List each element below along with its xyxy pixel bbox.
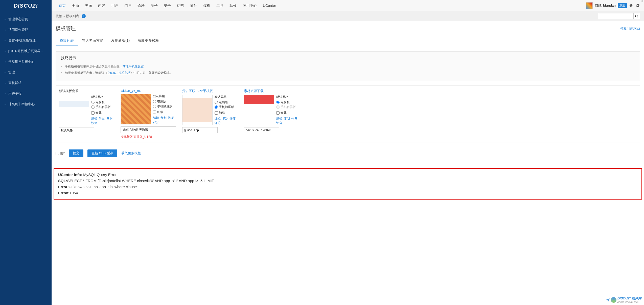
action-restore[interactable]: 恢复: [91, 121, 97, 125]
sidebar-item[interactable]: 用户举报: [0, 88, 52, 99]
template-title[interactable]: 素材资源下载: [244, 89, 300, 93]
radio-pc[interactable]: 电脑版: [215, 100, 238, 104]
action-restore[interactable]: 恢复: [291, 117, 297, 120]
theme-icon[interactable]: ☀: [641, 0, 644, 3]
topnav-item[interactable]: 工具: [213, 0, 226, 11]
action-rate[interactable]: 评分: [153, 120, 159, 124]
tips-link[interactable]: 前往手机版设置: [123, 65, 144, 68]
template-subtitle: 来点-我的世界游讯: [121, 126, 176, 133]
topnav-item[interactable]: 安全: [161, 0, 174, 11]
more-templates-link[interactable]: 获取更多模板: [121, 151, 141, 156]
breadcrumb-sep: »: [63, 14, 65, 18]
action-restore[interactable]: 恢复: [230, 117, 236, 120]
sidebar-item[interactable]: 常用操作管理: [0, 25, 52, 35]
sidebar-item[interactable]: 【亮剑】举报中心: [0, 99, 52, 110]
template-thumbnail[interactable]: [59, 95, 89, 125]
radio-pc[interactable]: 电脑版: [91, 100, 114, 104]
tab[interactable]: 导入界面方案: [78, 36, 107, 46]
action-edit[interactable]: 编辑: [91, 117, 97, 120]
topnav-item[interactable]: 全局: [69, 0, 82, 11]
template-name-input[interactable]: [182, 127, 218, 133]
template-name-input[interactable]: [244, 127, 279, 133]
gear-icon[interactable]: [635, 3, 640, 8]
update-css-button[interactable]: 更新 CSS 缓存: [87, 149, 117, 157]
template-thumbnail[interactable]: [244, 95, 274, 125]
action-rate[interactable]: 评分: [276, 121, 282, 125]
checkbox-input[interactable]: [91, 111, 95, 115]
sidebar-item[interactable]: 违规用户举报中心: [0, 56, 52, 67]
sidebar-item[interactable]: [1314]升级维护页面导...: [0, 46, 52, 56]
add-icon[interactable]: +: [82, 14, 86, 18]
radio-pc[interactable]: 电脑版: [153, 99, 176, 104]
topnav-right: 您好, biandan 退出: [586, 2, 640, 9]
uninstall-checkbox[interactable]: 卸载: [153, 110, 176, 114]
sidebar-item[interactable]: 管理: [0, 67, 52, 78]
topnav-item[interactable]: UCenter: [260, 0, 279, 11]
logout-button[interactable]: 退出: [618, 3, 627, 8]
topnav-item[interactable]: 圈子: [148, 0, 161, 11]
topnav-item[interactable]: 运营: [174, 0, 187, 11]
radio-input[interactable]: [276, 105, 280, 109]
radio-mobile[interactable]: 手机触屏版: [215, 105, 238, 109]
topnav-item[interactable]: 门户: [121, 0, 134, 11]
action-copy[interactable]: 复制: [222, 117, 228, 120]
delete-checkbox-input[interactable]: [56, 152, 59, 155]
topnav-item[interactable]: 首页: [56, 0, 69, 11]
topnav-item[interactable]: 模板: [200, 0, 213, 11]
search-button[interactable]: [633, 13, 640, 19]
uninstall-checkbox[interactable]: 卸载: [276, 111, 300, 115]
tips-link[interactable]: Discuz! 技术文档: [107, 71, 130, 75]
radio-input[interactable]: [276, 101, 280, 104]
radio-pc[interactable]: 电脑版: [276, 100, 300, 104]
tab[interactable]: 发现新版(1): [107, 36, 134, 46]
sidebar-item[interactable]: 贵古-手机模板管理: [0, 35, 52, 46]
template-card: 贵古互联-APP手机版默认风格电脑版手机触屏版卸载编辑复制恢复评分: [182, 89, 238, 139]
template-thumbnail[interactable]: [182, 95, 213, 125]
search-input[interactable]: [598, 13, 633, 19]
topnav-item[interactable]: 论坛: [134, 0, 148, 11]
action-export[interactable]: 导出: [99, 117, 105, 120]
action-rate[interactable]: 评分: [215, 121, 221, 125]
sidebar-item[interactable]: 管理中心首页: [0, 14, 52, 25]
checkbox-input[interactable]: [215, 111, 218, 115]
submit-button[interactable]: 提交: [69, 149, 83, 157]
breadcrumb-part[interactable]: 模板列表: [66, 14, 79, 18]
uninstall-checkbox[interactable]: 卸载: [215, 111, 238, 115]
radio-input[interactable]: [153, 105, 156, 108]
radio-input[interactable]: [215, 101, 218, 104]
action-edit[interactable]: 编辑: [276, 117, 282, 120]
radio-input[interactable]: [91, 105, 95, 109]
breadcrumb-part[interactable]: 模板: [56, 14, 62, 18]
help-link[interactable]: 模板问题求助: [620, 26, 640, 31]
template-title[interactable]: laidian_yx_mc: [121, 89, 176, 93]
action-restore[interactable]: 恢复: [168, 116, 174, 120]
template-name-input[interactable]: [59, 127, 94, 133]
radio-mobile[interactable]: 手机触屏版: [91, 105, 114, 109]
tab[interactable]: 模板列表: [56, 36, 78, 46]
action-copy[interactable]: 复制: [284, 117, 290, 120]
topnav-item[interactable]: 内容: [95, 0, 108, 11]
radio-mobile[interactable]: 手机触屏版: [153, 104, 176, 108]
action-copy[interactable]: 复制: [160, 116, 167, 120]
home-icon[interactable]: [629, 3, 633, 8]
delete-all-checkbox[interactable]: 删?: [56, 151, 65, 156]
radio-input[interactable]: [215, 105, 218, 109]
sidebar-item[interactable]: 审核群组: [0, 78, 52, 88]
action-edit[interactable]: 编辑: [153, 116, 159, 120]
uninstall-checkbox[interactable]: 卸载: [91, 111, 114, 115]
topnav-item[interactable]: 应用中心: [240, 0, 260, 11]
radio-input[interactable]: [91, 101, 95, 104]
radio-input[interactable]: [153, 100, 156, 103]
tab[interactable]: 获取更多模板: [134, 36, 163, 46]
action-edit[interactable]: 编辑: [215, 117, 221, 120]
topnav-item[interactable]: 插件: [187, 0, 200, 11]
action-copy[interactable]: 复制: [106, 117, 112, 120]
topnav-item[interactable]: 用户: [108, 0, 121, 11]
template-title[interactable]: 贵古互联-APP手机版: [182, 89, 238, 93]
topnav-item[interactable]: 站长: [226, 0, 240, 11]
checkbox-input[interactable]: [276, 111, 280, 115]
checkbox-input[interactable]: [153, 111, 156, 114]
topnav-item[interactable]: 界面: [82, 0, 95, 11]
template-thumbnail[interactable]: [121, 94, 151, 124]
avatar[interactable]: [586, 2, 593, 9]
